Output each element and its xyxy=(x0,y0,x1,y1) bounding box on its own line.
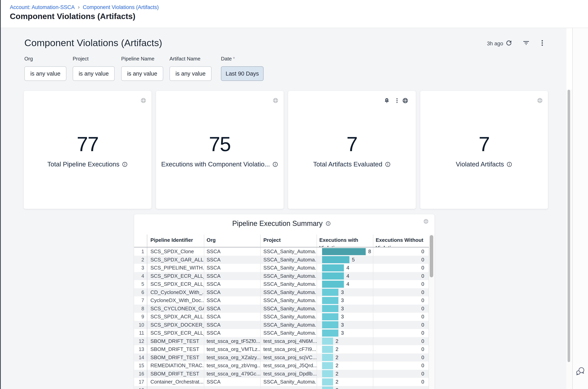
table-row: 3SCS_PIPELINE_WITH...SSCASSCA_Sanity_Aut… xyxy=(134,264,429,272)
kebab-menu-icon[interactable] xyxy=(394,97,400,104)
cell-project: test_ssca_proj_4N6M... xyxy=(261,337,317,345)
cell-executions-without-violations: 0 xyxy=(373,378,429,386)
row-index: 14 xyxy=(134,354,147,362)
filter-chip-artifact-name[interactable]: is any value xyxy=(170,66,211,81)
violations-bar[interactable] xyxy=(322,370,333,377)
violations-bar-value: 2 xyxy=(336,346,338,352)
info-icon[interactable] xyxy=(122,161,128,167)
cell-org xyxy=(204,386,261,389)
breadcrumb-account-link[interactable]: Account: Automation-SSCA xyxy=(10,4,75,10)
violations-bar-value: 3 xyxy=(341,297,344,303)
cell-executions-with-violations: 4 xyxy=(317,272,373,280)
violations-bar[interactable] xyxy=(322,248,366,255)
violations-bar[interactable] xyxy=(322,329,338,337)
metric-label: Executions with Component Violatio... xyxy=(156,161,284,168)
last-refreshed-label: 3h ago xyxy=(480,41,503,47)
violations-bar[interactable] xyxy=(322,289,338,296)
globe-icon[interactable] xyxy=(537,97,543,103)
metric-value: 77 xyxy=(24,133,151,156)
violations-bar[interactable] xyxy=(322,264,344,271)
table-row: 17Container_Orchestrat...SSCASSCA_Sanity… xyxy=(134,378,429,386)
filter-chip-pipeline-name[interactable]: is any value xyxy=(121,66,163,81)
info-icon[interactable] xyxy=(385,161,391,167)
cell-executions-with-violations: 3 xyxy=(317,288,373,296)
cell-executions-with-violations: 3 xyxy=(317,321,373,329)
cell-executions-with-violations: 5 xyxy=(317,256,373,264)
table-row: 182 xyxy=(134,386,429,389)
violations-bar[interactable] xyxy=(322,297,338,304)
cell-pipeline-identifier: SCS_SPDX_ECR_ALL_... xyxy=(147,280,204,288)
cell-executions-without-violations: 0 xyxy=(373,288,429,296)
filter-list-icon[interactable] xyxy=(522,39,530,47)
chat-bubbles-icon[interactable] xyxy=(575,365,586,376)
cell-executions-with-violations: 3 xyxy=(317,305,373,313)
cell-executions-with-violations: 2 xyxy=(317,386,373,389)
breadcrumb-current-link[interactable]: Component Violations (Artifacts) xyxy=(83,4,159,10)
filter-chip-org[interactable]: is any value xyxy=(24,66,66,81)
globe-icon[interactable] xyxy=(140,97,146,103)
violations-bar[interactable] xyxy=(322,305,338,312)
violations-bar[interactable] xyxy=(322,281,344,288)
violations-bar[interactable] xyxy=(322,362,333,369)
cell-pipeline-identifier: SCS_CYCLONEDX_GA... xyxy=(147,305,204,313)
cell-org: test_ssca_org_tF5Zf0... xyxy=(204,337,261,345)
cell-pipeline-identifier xyxy=(147,386,204,389)
filter-chip-project[interactable]: is any value xyxy=(73,66,115,81)
violations-bar-value: 4 xyxy=(346,281,349,287)
required-asterisk: * xyxy=(233,56,235,62)
cell-project: SSCA_Sanity_Automa... xyxy=(261,256,317,264)
globe-icon[interactable] xyxy=(402,97,408,104)
row-index: 4 xyxy=(134,272,147,280)
violations-bar-value: 4 xyxy=(346,273,349,279)
table-row: 6CD_CycloneDX_With_...SSCASSCA_Sanity_Au… xyxy=(134,288,429,296)
table-scrollbar-thumb[interactable] xyxy=(430,235,433,277)
violations-bar-value: 3 xyxy=(341,306,344,312)
cell-project: test_ssca_proj_cF7I9... xyxy=(261,345,317,354)
globe-icon[interactable] xyxy=(273,97,278,103)
violations-bar[interactable] xyxy=(322,272,344,280)
violations-bar[interactable] xyxy=(322,256,349,263)
refresh-icon[interactable] xyxy=(505,39,513,47)
metric-label: Total Pipeline Executions xyxy=(24,161,151,168)
violations-bar-value: 2 xyxy=(336,379,338,385)
cell-org: SSCA xyxy=(204,329,261,337)
globe-icon[interactable] xyxy=(423,219,429,224)
cell-org: SSCA xyxy=(204,321,261,329)
violations-bar-value: 2 xyxy=(336,338,338,344)
cell-pipeline-identifier: SBOM_DRIFT_TEST xyxy=(147,370,204,378)
table-row: 11SCS_SPDX_ECR_ALL_...SSCASSCA_Sanity_Au… xyxy=(134,329,429,337)
cell-project: test_ssca_proj_Dpdlb... xyxy=(261,370,317,378)
violations-bar[interactable] xyxy=(322,338,333,345)
row-index: 12 xyxy=(134,337,147,345)
info-icon[interactable] xyxy=(506,161,512,167)
table-row: 2SCS_SPDX_GAR_ALL...SSCASSCA_Sanity_Auto… xyxy=(134,256,429,264)
cell-pipeline-identifier: SBOM_DRIFT_TEST xyxy=(147,345,204,354)
violations-bar[interactable] xyxy=(322,313,338,320)
violations-bar[interactable] xyxy=(322,354,333,361)
cell-executions-with-violations: 3 xyxy=(317,296,373,305)
violations-bar-value: 5 xyxy=(352,257,355,263)
page-scrollbar-thumb[interactable] xyxy=(568,90,570,362)
cell-org: test_ssca_org_zbVmg... xyxy=(204,361,261,370)
bell-plus-icon[interactable] xyxy=(384,97,390,104)
row-index: 3 xyxy=(134,264,147,272)
violations-bar[interactable] xyxy=(322,387,333,389)
violations-bar[interactable] xyxy=(322,378,333,386)
cell-executions-with-violations: 2 xyxy=(317,370,373,378)
cell-pipeline-identifier: Container_Orchestrat... xyxy=(147,378,204,386)
filter-label-project: Project xyxy=(73,56,89,62)
violations-bar-value: 4 xyxy=(346,265,349,271)
cell-org: SSCA xyxy=(204,288,261,296)
filter-chip-date[interactable]: Last 90 Days xyxy=(221,66,264,81)
cell-executions-with-violations: 2 xyxy=(317,378,373,386)
violations-bar[interactable] xyxy=(322,346,333,353)
info-icon[interactable] xyxy=(272,161,278,167)
chevron-right-icon: › xyxy=(78,4,79,10)
cell-pipeline-identifier: SCS_PIPELINE_WITH... xyxy=(147,264,204,272)
violations-bar[interactable] xyxy=(322,321,338,328)
table-row: 5SCS_SPDX_ECR_ALL_...SSCASSCA_Sanity_Aut… xyxy=(134,280,429,288)
cell-pipeline-identifier: SCS_SPDX_GAR_ALL... xyxy=(147,256,204,264)
info-icon[interactable] xyxy=(325,221,331,226)
kebab-menu-icon[interactable] xyxy=(539,39,546,47)
cell-pipeline-identifier: SCS_SPDX_ACR_ALL... xyxy=(147,313,204,321)
